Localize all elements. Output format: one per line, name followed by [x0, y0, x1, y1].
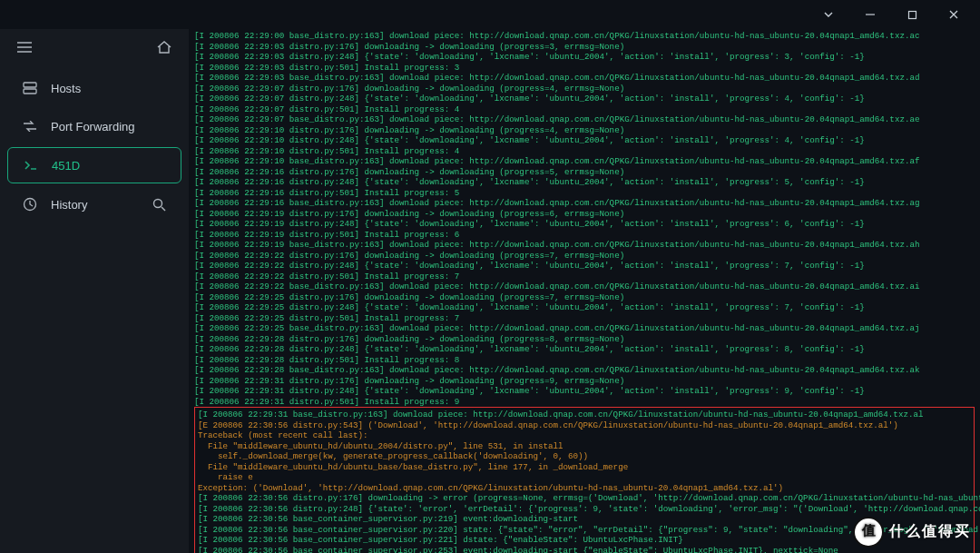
hosts-icon — [22, 80, 38, 96]
log-line: [I 200806 22:29:00 base_distro.py:163] d… — [194, 31, 975, 42]
history-icon — [22, 196, 38, 212]
log-line: [I 200806 22:29:16 distro.py:176] downlo… — [194, 167, 975, 178]
log-line: [I 200806 22:29:22 distro.py:501] Instal… — [194, 272, 975, 282]
log-line: [I 200806 22:29:03 distro.py:501] Instal… — [194, 63, 975, 74]
log-line: [I 200806 22:29:22 distro.py:176] downlo… — [194, 251, 975, 262]
log-line: [I 200806 22:29:19 distro.py:248] {'stat… — [194, 219, 975, 230]
log-line: [I 200806 22:29:28 distro.py:501] Instal… — [194, 355, 975, 366]
log-line: [I 200806 22:29:07 base_distro.py:163] d… — [194, 114, 975, 125]
svg-rect-1 — [908, 11, 916, 18]
log-line: [I 200806 22:29:03 base_distro.py:163] d… — [194, 73, 975, 84]
close-button[interactable] — [933, 2, 975, 27]
log-line: [I 200806 22:29:22 distro.py:248] {'stat… — [194, 261, 975, 272]
watermark: 值 什么值得买 — [853, 517, 971, 548]
maximize-button[interactable] — [891, 2, 933, 27]
hamburger-icon[interactable] — [16, 39, 33, 55]
log-line: [I 200806 22:29:28 distro.py:176] downlo… — [194, 334, 975, 345]
log-line: [I 200806 22:29:19 distro.py:176] downlo… — [194, 209, 975, 220]
sidebar-item-label: History — [51, 198, 87, 212]
log-line: [I 200806 22:29:16 distro.py:501] Instal… — [194, 188, 975, 199]
log-line: [I 200806 22:29:03 distro.py:248] {'stat… — [194, 52, 975, 63]
log-line: [I 200806 22:29:28 distro.py:248] {'stat… — [194, 344, 975, 355]
dropdown-button[interactable] — [808, 2, 849, 27]
log-line: [I 200806 22:30:56 distro.py:176] downlo… — [198, 493, 971, 504]
log-line: [I 200806 22:29:22 base_distro.py:163] d… — [194, 281, 975, 292]
log-line: [I 200806 22:29:25 distro.py:176] downlo… — [194, 292, 975, 303]
sidebar-item-label: Port Forwarding — [51, 120, 134, 133]
log-line: [I 200806 22:29:16 base_distro.py:163] d… — [194, 198, 975, 209]
sidebar-item-label: 451D — [52, 159, 80, 173]
port-forwarding-icon — [22, 118, 38, 134]
log-line: [I 200806 22:29:25 distro.py:248] {'stat… — [194, 302, 975, 313]
terminal-icon — [23, 157, 39, 173]
log-line: File "middleware_ubuntu_hd/ubuntu_base/b… — [198, 462, 971, 473]
log-line: [I 200806 22:29:19 base_distro.py:163] d… — [194, 240, 975, 251]
log-line: Exception: ('Download', 'http://download… — [198, 483, 971, 494]
log-line: [I 200806 22:29:31 distro.py:248] {'stat… — [194, 386, 975, 397]
svg-point-5 — [153, 199, 162, 207]
search-icon[interactable] — [151, 196, 167, 212]
log-line: [I 200806 22:29:10 base_distro.py:163] d… — [194, 156, 975, 167]
log-line: [I 200806 22:29:31 distro.py:176] downlo… — [194, 376, 975, 387]
log-line: [I 200806 22:29:07 distro.py:248] {'stat… — [194, 94, 975, 104]
sidebar-item-hosts[interactable]: Hosts — [7, 71, 181, 105]
log-line: raise e — [198, 472, 971, 483]
sidebar-item-label: Hosts — [51, 82, 81, 95]
watermark-badge: 值 — [853, 517, 884, 548]
log-line: [I 200806 22:29:31 base_distro.py:163] d… — [198, 410, 971, 420]
terminal-pane[interactable]: [I 200806 22:29:00 base_distro.py:163] d… — [189, 29, 980, 553]
sidebar: Hosts Port Forwarding 451D History — [0, 29, 189, 553]
log-line: [E 200806 22:30:56 distro.py:543] ('Down… — [198, 420, 971, 431]
log-line: [I 200806 22:29:10 distro.py:501] Instal… — [194, 146, 975, 157]
log-line: File "middleware_ubuntu_hd/ubuntu_2004/d… — [198, 441, 971, 452]
sidebar-item-history[interactable]: History — [7, 187, 181, 222]
log-line: Traceback (most recent call last): — [198, 430, 971, 441]
log-line: [I 200806 22:29:07 distro.py:176] downlo… — [194, 84, 975, 94]
svg-rect-2 — [24, 83, 36, 87]
sidebar-item-port-forwarding[interactable]: Port Forwarding — [7, 109, 181, 143]
log-line: [I 200806 22:29:03 distro.py:176] downlo… — [194, 42, 975, 53]
log-line: self._download_merge(kw, generate_progre… — [198, 451, 971, 462]
log-line: [I 200806 22:29:31 distro.py:501] Instal… — [194, 397, 975, 408]
log-line: [I 200806 22:29:10 distro.py:176] downlo… — [194, 125, 975, 136]
log-line: [I 200806 22:29:25 base_distro.py:163] d… — [194, 323, 975, 334]
log-line: [I 200806 22:29:10 distro.py:248] {'stat… — [194, 135, 975, 146]
log-line: [I 200806 22:29:07 distro.py:501] Instal… — [194, 104, 975, 115]
log-line: [I 200806 22:30:56 distro.py:248] {'stat… — [198, 504, 971, 515]
watermark-text: 什么值得买 — [889, 523, 971, 541]
log-line: [I 200806 22:29:25 distro.py:501] Instal… — [194, 313, 975, 324]
log-line: [I 200806 22:29:16 distro.py:248] {'stat… — [194, 177, 975, 188]
home-icon[interactable] — [156, 39, 172, 55]
sidebar-item-terminal-session[interactable]: 451D — [7, 147, 181, 183]
minimize-button[interactable] — [849, 2, 891, 27]
log-line: [I 200806 22:29:28 base_distro.py:163] d… — [194, 365, 975, 376]
log-line: [I 200806 22:29:19 distro.py:501] Instal… — [194, 230, 975, 241]
terminal-log: [I 200806 22:29:00 base_distro.py:163] d… — [194, 31, 975, 407]
window-titlebar — [0, 0, 980, 29]
svg-rect-3 — [24, 89, 36, 94]
